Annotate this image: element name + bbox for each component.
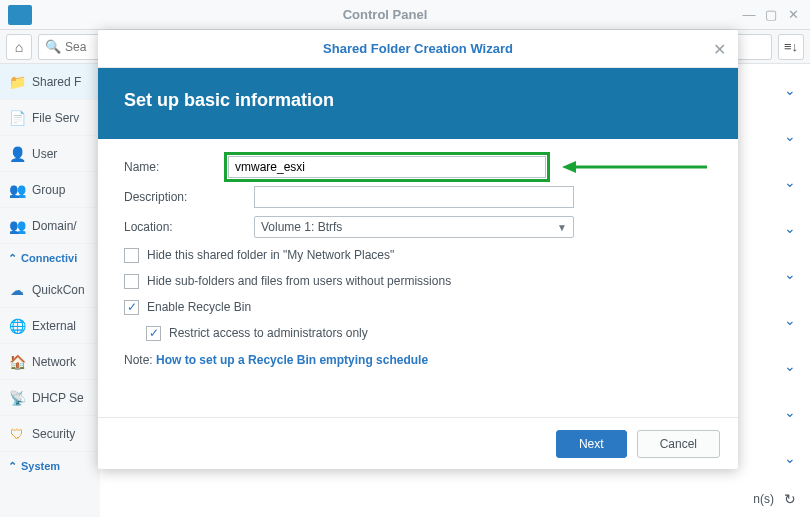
chevron-down-icon[interactable]: ⌄	[784, 312, 796, 328]
note-link[interactable]: How to set up a Recycle Bin emptying sch…	[156, 353, 428, 367]
sidebar-item-file-services[interactable]: 📄File Serv	[0, 100, 100, 136]
sidebar-item-label: Domain/	[32, 219, 77, 233]
modal-header: Shared Folder Creation Wizard ✕	[98, 30, 738, 68]
checkbox-enable-recycle: Enable Recycle Bin	[124, 295, 712, 319]
window-controls: — ▢ ✕	[738, 6, 804, 24]
sidebar-item-shared-folder[interactable]: 📁Shared F	[0, 64, 100, 100]
chevron-down-icon[interactable]: ⌄	[784, 266, 796, 282]
highlight-annotation	[224, 152, 550, 182]
footer-info: n(s) ↻	[753, 491, 796, 507]
field-name: Name:	[124, 153, 712, 181]
field-description: Description:	[124, 183, 712, 211]
sidebar-item-security[interactable]: 🛡Security	[0, 416, 100, 452]
user-icon: 👤	[8, 145, 26, 163]
sidebar-item-label: QuickCon	[32, 283, 85, 297]
sidebar-item-label: File Serv	[32, 111, 79, 125]
close-window-button[interactable]: ✕	[782, 6, 804, 24]
modal-heading: Set up basic information	[98, 68, 738, 139]
cancel-button[interactable]: Cancel	[637, 430, 720, 458]
description-label: Description:	[124, 190, 254, 204]
name-input[interactable]	[228, 156, 546, 178]
sidebar-item-dhcp[interactable]: 📡DHCP Se	[0, 380, 100, 416]
checkbox-label: Hide this shared folder in "My Network P…	[147, 248, 394, 262]
sidebar-item-label: Group	[32, 183, 65, 197]
sidebar-item-network[interactable]: 🏠Network	[0, 344, 100, 380]
sidebar: 📁Shared F 📄File Serv 👤User 👥Group 👥Domai…	[0, 64, 100, 517]
sidebar-category-system[interactable]: ⌃System	[0, 452, 100, 480]
checkbox-hide-subfolders: Hide sub-folders and files from users wi…	[124, 269, 712, 293]
arrow-annotation	[562, 159, 712, 175]
location-dropdown[interactable]: Volume 1: Btrfs ▼	[254, 216, 574, 238]
svg-marker-1	[562, 161, 576, 173]
location-label: Location:	[124, 220, 254, 234]
checkbox[interactable]	[124, 274, 139, 289]
modal-body: Name: Description: Location: Volume 1: B…	[98, 139, 738, 373]
chevron-down-icon[interactable]: ⌄	[784, 128, 796, 144]
sidebar-category-label: System	[21, 460, 60, 472]
sidebar-item-domain[interactable]: 👥Domain/	[0, 208, 100, 244]
chevron-down-icon[interactable]: ⌄	[784, 450, 796, 466]
home-button[interactable]: ⌂	[6, 34, 32, 60]
note: Note: How to set up a Recycle Bin emptyi…	[124, 353, 712, 367]
checkbox[interactable]	[146, 326, 161, 341]
reload-icon[interactable]: ↻	[784, 491, 796, 507]
sidebar-item-label: Shared F	[32, 75, 81, 89]
note-prefix: Note:	[124, 353, 153, 367]
dhcp-icon: 📡	[8, 389, 26, 407]
sidebar-item-label: DHCP Se	[32, 391, 84, 405]
sidebar-item-user[interactable]: 👤User	[0, 136, 100, 172]
cloud-icon: ☁	[8, 281, 26, 299]
minimize-button[interactable]: —	[738, 6, 760, 24]
footer-text: n(s)	[753, 492, 774, 506]
sidebar-category-connectivity[interactable]: ⌃Connectivi	[0, 244, 100, 272]
sidebar-item-label: External	[32, 319, 76, 333]
location-value: Volume 1: Btrfs	[261, 220, 342, 234]
shield-icon: 🛡	[8, 425, 26, 443]
domain-icon: 👥	[8, 217, 26, 235]
close-icon[interactable]: ✕	[713, 40, 726, 59]
chevron-down-icon[interactable]: ⌄	[784, 404, 796, 420]
checkbox-label: Hide sub-folders and files from users wi…	[147, 274, 451, 288]
network-icon: 🏠	[8, 353, 26, 371]
chevron-down-icon[interactable]: ⌄	[784, 174, 796, 190]
next-button[interactable]: Next	[556, 430, 627, 458]
sidebar-item-label: User	[32, 147, 57, 161]
sidebar-item-label: Security	[32, 427, 75, 441]
wizard-modal: Shared Folder Creation Wizard ✕ Set up b…	[98, 30, 738, 469]
titlebar: Control Panel — ▢ ✕	[0, 0, 810, 30]
chevron-down-icon: ▼	[557, 222, 567, 233]
checkbox[interactable]	[124, 300, 139, 315]
document-icon: 📄	[8, 109, 26, 127]
sidebar-item-external-access[interactable]: 🌐External	[0, 308, 100, 344]
chevron-down-icon[interactable]: ⌄	[784, 220, 796, 236]
folder-icon: 📁	[8, 73, 26, 91]
sidebar-item-label: Network	[32, 355, 76, 369]
field-location: Location: Volume 1: Btrfs ▼	[124, 213, 712, 241]
chevron-down-icon[interactable]: ⌄	[784, 82, 796, 98]
checkbox-restrict-admins: Restrict access to administrators only	[146, 321, 712, 345]
group-icon: 👥	[8, 181, 26, 199]
chevron-down-icon[interactable]: ⌄	[784, 358, 796, 374]
checkbox-label: Restrict access to administrators only	[169, 326, 368, 340]
app-icon	[8, 5, 32, 25]
checkbox[interactable]	[124, 248, 139, 263]
search-icon: 🔍	[45, 39, 61, 54]
sidebar-item-quickconnect[interactable]: ☁QuickCon	[0, 272, 100, 308]
name-label: Name:	[124, 160, 224, 174]
checkbox-hide-network: Hide this shared folder in "My Network P…	[124, 243, 712, 267]
maximize-button[interactable]: ▢	[760, 6, 782, 24]
checkbox-label: Enable Recycle Bin	[147, 300, 251, 314]
globe-icon: 🌐	[8, 317, 26, 335]
sort-button[interactable]: ≡↓	[778, 34, 804, 60]
modal-footer: Next Cancel	[98, 417, 738, 469]
sidebar-item-group[interactable]: 👥Group	[0, 172, 100, 208]
description-input[interactable]	[254, 186, 574, 208]
window-title: Control Panel	[32, 7, 738, 22]
modal-title: Shared Folder Creation Wizard	[323, 41, 513, 56]
sidebar-category-label: Connectivi	[21, 252, 77, 264]
